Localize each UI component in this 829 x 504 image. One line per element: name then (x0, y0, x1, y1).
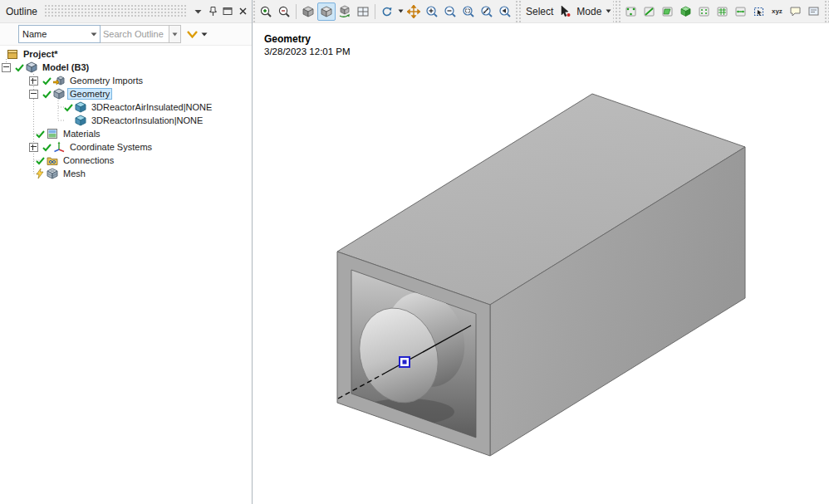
tree-item-connections[interactable]: Connections (0, 154, 252, 167)
extend-selection-icon (734, 5, 747, 17)
float-window-button[interactable] (221, 5, 234, 18)
zoom-in-button[interactable] (423, 2, 441, 21)
cube-iso-icon (302, 5, 315, 18)
pin-icon (208, 6, 218, 17)
magnifier-plus-icon (259, 5, 272, 18)
cube-rotate-icon (338, 5, 351, 18)
check-icon (42, 143, 52, 152)
body-icon (75, 101, 86, 113)
chevron-down-icon (398, 9, 404, 13)
select-body-button[interactable] (676, 2, 694, 21)
box-zoom-out-button[interactable] (275, 2, 293, 21)
outline-panel-title: Outline (2, 6, 41, 17)
extend-selection-button[interactable] (731, 2, 749, 21)
pan-button[interactable] (405, 2, 423, 21)
tree-item-geometry[interactable]: Geometry (0, 87, 252, 100)
pan-arrows-icon (407, 5, 420, 18)
connections-icon (47, 154, 58, 166)
project-icon (7, 48, 18, 60)
geometry-imports-icon (53, 75, 65, 86)
geometry-icon (53, 88, 65, 100)
box-select-button[interactable] (749, 2, 768, 21)
refresh-view-button[interactable] (378, 2, 396, 21)
coordinate-systems-icon (53, 141, 65, 153)
select-node-icon (698, 5, 710, 17)
tree-item-label: Materials (61, 128, 103, 139)
mode-label: Mode (574, 6, 604, 17)
tree-item-geometry-imports[interactable]: Geometry Imports (0, 74, 252, 87)
previous-view-button[interactable] (496, 2, 514, 21)
expand-expander-icon[interactable] (29, 76, 38, 86)
tree-item-label: 3DReactorInsulation|NONE (89, 115, 205, 126)
pin-button[interactable] (206, 5, 219, 18)
graphics-viewport[interactable]: Geometry 3/28/2023 12:01 PM (253, 23, 829, 504)
select-node-button[interactable] (694, 2, 713, 21)
close-icon (238, 7, 248, 16)
mode-dropdown-button[interactable] (604, 9, 612, 13)
cube-shaded-icon (320, 5, 333, 18)
tree-item-body-air-insulated[interactable]: 3DReactorAirInsulated|NONE (0, 100, 252, 114)
tree-item-project[interactable]: Project* (0, 47, 252, 61)
tree-item-model[interactable]: Model (B3) (0, 61, 252, 74)
panel-drag-handle[interactable] (44, 4, 186, 18)
tree-item-materials[interactable]: Materials (0, 127, 252, 140)
viewport-label-block: Geometry 3/28/2023 12:01 PM (264, 33, 351, 56)
zoom-box-icon (462, 5, 475, 18)
zoom-out-button[interactable] (441, 2, 459, 21)
model-icon (26, 61, 37, 73)
coordinate-probe-button[interactable]: xyz (768, 2, 786, 21)
zoom-fit-button[interactable] (478, 2, 496, 21)
shaded-exterior-button[interactable] (317, 2, 336, 21)
select-edge-button[interactable] (640, 2, 658, 21)
iso-view-button[interactable] (299, 2, 317, 21)
collapse-expander-icon[interactable] (2, 63, 11, 72)
gold-chevron-down-icon (186, 30, 199, 39)
tree-item-label: Model (B3) (40, 61, 91, 73)
tree-item-coordinate-systems[interactable]: Coordinate Systems (0, 140, 252, 154)
outline-tree: Project* Model (B3) Geometry Imports (0, 46, 252, 504)
select-element-button[interactable] (713, 2, 731, 21)
select-face-button[interactable] (658, 2, 676, 21)
collapse-expander-icon[interactable] (29, 90, 38, 99)
toolbar-separator (296, 4, 297, 19)
expand-expander-icon[interactable] (29, 143, 38, 152)
tree-item-mesh[interactable]: Mesh (0, 167, 252, 180)
select-cursor-button[interactable] (556, 2, 574, 21)
viewport-layout-button[interactable] (354, 2, 372, 21)
expand-tree-button[interactable] (186, 30, 208, 39)
select-element-icon (716, 5, 728, 17)
section-plane-handle-dot (403, 360, 407, 365)
select-body-icon (679, 5, 692, 17)
annotation-button[interactable] (786, 2, 804, 21)
outline-search-box[interactable] (101, 25, 169, 43)
refresh-options-button[interactable] (396, 9, 405, 13)
toolbar-gap (613, 0, 621, 22)
zoom-out-icon (444, 5, 457, 18)
box-zoom-button[interactable] (459, 2, 478, 21)
box-zoom-in-button[interactable] (257, 2, 275, 21)
zoom-fit-icon (480, 5, 493, 18)
close-panel-button[interactable] (236, 5, 249, 18)
annotation-tag-icon (789, 5, 802, 17)
filter-field-dropdown[interactable]: Name (18, 25, 101, 43)
search-input[interactable] (101, 29, 169, 39)
search-options-button[interactable] (169, 25, 181, 43)
box-select-icon (753, 5, 765, 17)
geometry-canvas[interactable] (253, 23, 829, 504)
outline-panel: Outline Name (0, 0, 253, 504)
chevron-down-icon (201, 32, 208, 37)
cursor-icon (559, 5, 571, 17)
check-icon (42, 76, 52, 86)
rotate-view-button[interactable] (336, 2, 354, 21)
tree-item-label: Geometry (67, 88, 112, 100)
comment-button[interactable] (804, 2, 822, 21)
window-menu-button[interactable] (191, 5, 204, 18)
select-vertex-button[interactable] (621, 2, 640, 21)
toolbar-separator (375, 4, 375, 19)
body-icon (75, 115, 86, 126)
tree-item-body-insulation[interactable]: 3DReactorInsulation|NONE (0, 114, 252, 127)
mesh-icon (47, 168, 58, 179)
tree-item-label: Project* (21, 48, 61, 60)
lightning-status-icon (36, 169, 45, 179)
graphics-toolbar: Select Mode (253, 0, 829, 23)
